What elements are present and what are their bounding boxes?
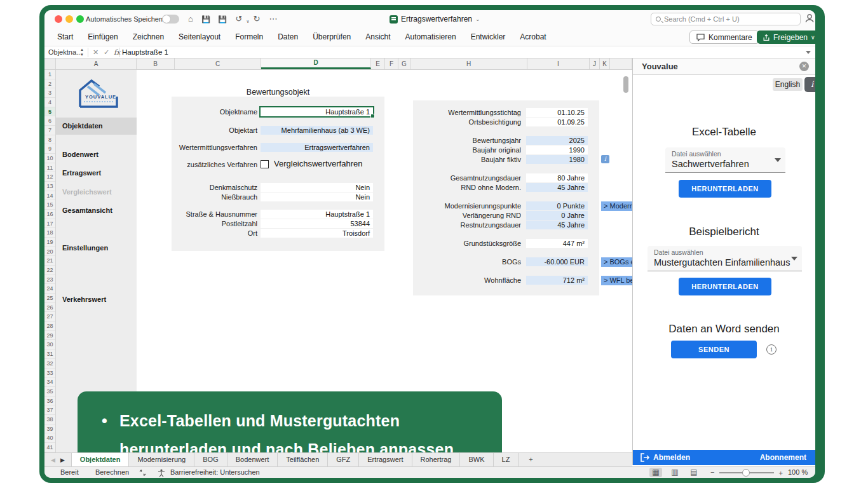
sidebar-item-vergleichswert[interactable]: Vergleichswert: [56, 188, 137, 196]
field-value-cell[interactable]: 01.09.25: [526, 118, 588, 126]
field-value-cell[interactable]: 1980: [526, 155, 588, 164]
document-title[interactable]: Ertragswertverfahren ⌄: [390, 14, 480, 24]
sidebar-item-objektdaten[interactable]: Objektdaten: [56, 118, 137, 135]
column-header-J[interactable]: J: [590, 58, 600, 69]
sheet-tab-modernisierung[interactable]: Modernisierung: [129, 453, 194, 466]
column-header-I[interactable]: I: [527, 58, 590, 69]
row-header-3[interactable]: 3: [44, 88, 55, 98]
ribbon-tab-ansicht[interactable]: Ansicht: [365, 32, 390, 41]
maximize-traffic-light[interactable]: [76, 15, 84, 23]
column-header-C[interactable]: C: [175, 58, 261, 69]
ribbon-tab-start[interactable]: Start: [57, 32, 73, 41]
row-header-18[interactable]: 18: [44, 228, 55, 238]
column-header-K[interactable]: K: [600, 58, 610, 69]
row-header-6[interactable]: 6: [44, 116, 55, 126]
scroll-tabs-right-icon[interactable]: ▶: [60, 457, 65, 463]
zoom-level[interactable]: 100 %: [788, 468, 808, 476]
field-value-cell[interactable]: 80 Jahre: [526, 173, 588, 182]
save-as-icon[interactable]: 💾: [217, 14, 227, 24]
sheet-tab-gfz[interactable]: GFZ: [328, 453, 359, 466]
row-header-33[interactable]: 33: [44, 369, 55, 378]
sheet-tab-bog[interactable]: BOG: [194, 453, 227, 466]
row-header-41[interactable]: 41: [44, 443, 55, 452]
display-settings-icon[interactable]: [139, 469, 147, 477]
sidebar-item-bodenwert[interactable]: Bodenwert: [56, 151, 137, 158]
row-header-22[interactable]: 22: [44, 266, 55, 275]
ribbon-tab-entwickler[interactable]: Entwickler: [471, 32, 506, 41]
row-header-25[interactable]: 25: [44, 294, 55, 303]
row-header-13[interactable]: 13: [44, 182, 55, 191]
field-value-cell[interactable]: Troisdorf: [261, 229, 373, 238]
row-header-21[interactable]: 21: [44, 256, 55, 266]
ribbon-tab-daten[interactable]: Daten: [278, 32, 298, 41]
search-input[interactable]: Search (Cmd + Ctrl + U): [651, 13, 801, 25]
sheet-tab-bwk[interactable]: BWK: [460, 453, 493, 466]
row-header-23[interactable]: 23: [44, 275, 55, 285]
column-header-H[interactable]: H: [410, 58, 527, 69]
sidebar-item-ertragswert[interactable]: Ertragswert: [56, 169, 137, 177]
row-header-15[interactable]: 15: [44, 200, 55, 210]
page-break-view-icon[interactable]: ▤: [688, 468, 700, 477]
share-button[interactable]: Freigeben ∨: [757, 30, 815, 44]
row-header-30[interactable]: 30: [44, 340, 55, 349]
column-header-B[interactable]: B: [137, 58, 175, 69]
cancel-entry-icon[interactable]: ✕: [93, 48, 98, 57]
row-header-31[interactable]: 31: [44, 349, 55, 359]
row-header-2[interactable]: 2: [44, 79, 55, 89]
field-value-cell[interactable]: 0 Jahre: [526, 211, 588, 220]
select-all-corner[interactable]: [44, 58, 56, 69]
jump-link-badge[interactable]: > BOGs ei: [601, 257, 632, 267]
field-value-cell[interactable]: 45 Jahre: [526, 183, 588, 192]
field-value-cell[interactable]: Hauptstraße 1: [261, 210, 373, 219]
home-icon[interactable]: ⌂: [186, 14, 196, 24]
autosave-toggle[interactable]: [162, 15, 179, 24]
report-file-select[interactable]: Datei auswählen Mustergutachten Einfamil…: [648, 246, 802, 271]
row-header-11[interactable]: 11: [44, 163, 55, 173]
row-header-37[interactable]: 37: [44, 405, 55, 415]
field-value-cell[interactable]: 1990: [526, 146, 588, 154]
sidebar-item-gesamtansicht[interactable]: Gesamtansicht: [56, 207, 137, 214]
formula-bar-expand-icon[interactable]: [806, 51, 811, 54]
row-header-10[interactable]: 10: [44, 154, 55, 163]
sheet-tab-rohertrag[interactable]: Rohertrag: [412, 453, 461, 466]
row-header-26[interactable]: 26: [44, 303, 55, 313]
field-value-cell[interactable]: Ertragswertverfahren: [261, 143, 373, 152]
field-value-cell[interactable]: 2025: [526, 136, 588, 145]
logout-button[interactable]: Abmelden: [653, 453, 690, 462]
name-box[interactable]: Objektna...: [48, 48, 79, 56]
save-icon[interactable]: 💾: [201, 14, 211, 24]
redo-icon[interactable]: ↻: [252, 14, 262, 24]
sheet-tab-bodenwert[interactable]: Bodenwert: [227, 453, 278, 466]
name-box-stepper[interactable]: ▲▼: [80, 47, 84, 57]
field-value-cell[interactable]: Nein: [261, 183, 373, 192]
row-header-17[interactable]: 17: [44, 219, 55, 229]
field-value-cell[interactable]: Nein: [261, 193, 373, 201]
additional-method-checkbox[interactable]: [261, 160, 269, 168]
formula-value[interactable]: Hauptstraße 1: [122, 48, 168, 56]
field-value-cell[interactable]: 447 m²: [526, 239, 588, 248]
row-header-1[interactable]: 1: [44, 70, 55, 79]
row-header-7[interactable]: 7: [44, 126, 55, 135]
confirm-entry-icon[interactable]: ✓: [104, 48, 109, 57]
field-value-cell[interactable]: Hauptstraße 1: [261, 107, 373, 116]
field-value-cell[interactable]: 0 Punkte: [526, 201, 588, 210]
scroll-tabs-left-icon[interactable]: ◀: [51, 457, 55, 463]
calculate-status[interactable]: Berechnen: [95, 468, 129, 476]
column-header-G[interactable]: G: [398, 58, 410, 69]
row-header-28[interactable]: 28: [44, 322, 55, 331]
row-header-9[interactable]: 9: [44, 144, 55, 154]
field-info-icon[interactable]: i: [601, 155, 609, 163]
row-header-38[interactable]: 38: [44, 415, 55, 424]
row-header-36[interactable]: 36: [44, 396, 55, 406]
column-header-A[interactable]: A: [56, 58, 137, 69]
field-value-cell[interactable]: 01.10.25: [526, 108, 588, 117]
ribbon-tab-seitenlayout[interactable]: Seitenlayout: [179, 32, 220, 41]
ribbon-tab-automatisieren[interactable]: Automatisieren: [405, 32, 456, 41]
row-header-4[interactable]: 4: [44, 98, 55, 107]
row-header-20[interactable]: 20: [44, 247, 55, 257]
ribbon-tab-zeichnen[interactable]: Zeichnen: [133, 32, 164, 41]
field-value-cell[interactable]: 712 m²: [526, 276, 588, 285]
row-header-24[interactable]: 24: [44, 284, 55, 294]
row-header-19[interactable]: 19: [44, 238, 55, 247]
accessibility-status[interactable]: Barrierefreiheit: Untersuchen: [170, 468, 260, 476]
